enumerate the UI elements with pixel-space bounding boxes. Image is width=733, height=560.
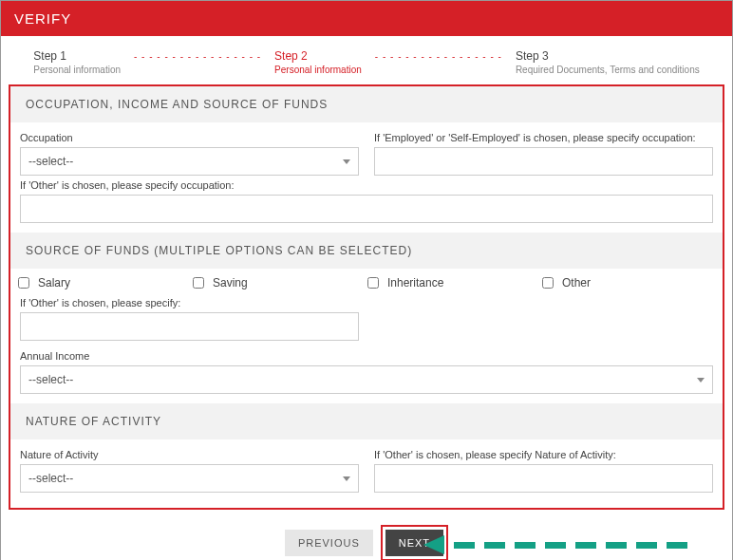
arrow-dash bbox=[636, 542, 657, 549]
funds-salary[interactable]: Salary bbox=[14, 274, 189, 291]
activity-other-input[interactable] bbox=[374, 464, 713, 493]
funds-other[interactable]: Other bbox=[538, 274, 713, 291]
button-row: PREVIOUS NEXT bbox=[1, 519, 732, 560]
arrow-dash bbox=[606, 542, 627, 549]
activity-section: Nature of Activity --select-- If 'Other'… bbox=[10, 439, 723, 502]
step-2-title: Step 2 bbox=[274, 49, 362, 63]
arrow-dash bbox=[545, 542, 566, 549]
funds-other-checkbox[interactable] bbox=[542, 277, 554, 289]
occupation-section: Occupation --select-- If 'Employed' or '… bbox=[10, 122, 723, 233]
funds-other-label: Other bbox=[562, 276, 591, 289]
form-area: OCCUPATION, INCOME AND SOURCE OF FUNDS O… bbox=[9, 84, 724, 510]
occupation-select[interactable]: --select-- bbox=[20, 147, 359, 176]
annual-income-value: --select-- bbox=[28, 373, 73, 386]
funds-salary-checkbox[interactable] bbox=[18, 277, 29, 289]
funds-options: Salary Saving Inheritance Other bbox=[10, 269, 723, 293]
activity-select[interactable]: --select-- bbox=[20, 464, 359, 493]
arrow-dash bbox=[575, 542, 596, 549]
chevron-down-icon bbox=[343, 476, 350, 481]
step-1: Step 1 Personal information bbox=[33, 49, 121, 75]
step-3-sub: Required Documents, Terms and conditions bbox=[516, 65, 700, 75]
funds-saving-checkbox[interactable] bbox=[193, 277, 204, 289]
banner-title: VERIFY bbox=[14, 10, 71, 27]
annual-income-select[interactable]: --select-- bbox=[20, 365, 713, 394]
occupation-employed-input[interactable] bbox=[374, 147, 713, 176]
step-3-title: Step 3 bbox=[516, 49, 700, 63]
chevron-down-icon bbox=[343, 159, 350, 164]
chevron-down-icon bbox=[697, 378, 705, 383]
occupation-select-value: --select-- bbox=[28, 155, 73, 168]
funds-salary-label: Salary bbox=[38, 276, 70, 289]
step-1-title: Step 1 bbox=[33, 49, 121, 63]
occupation-other-input[interactable] bbox=[20, 195, 713, 223]
funds-inheritance-checkbox[interactable] bbox=[367, 277, 379, 289]
step-3: Step 3 Required Documents, Terms and con… bbox=[516, 49, 700, 75]
funds-other-specify-label: If 'Other' is chosen, please specify: bbox=[20, 297, 713, 308]
arrow-dash bbox=[515, 542, 536, 549]
annual-income-label: Annual Income bbox=[20, 350, 713, 362]
funds-other-specify-input[interactable] bbox=[20, 312, 359, 341]
occupation-label: Occupation bbox=[20, 132, 359, 143]
funds-saving[interactable]: Saving bbox=[189, 274, 364, 291]
activity-label: Nature of Activity bbox=[20, 449, 359, 460]
funds-inheritance-label: Inheritance bbox=[387, 276, 443, 289]
step-2: Step 2 Personal information bbox=[274, 49, 362, 75]
banner: VERIFY bbox=[1, 1, 732, 36]
arrow-annotation bbox=[423, 535, 687, 554]
step-connector-1: - - - - - - - - - - - - - - - - - bbox=[134, 49, 261, 62]
funds-heading: SOURCE OF FUNDS (MULTIPLE OPTIONS CAN BE… bbox=[10, 233, 723, 269]
activity-select-value: --select-- bbox=[28, 472, 73, 485]
arrow-dash bbox=[667, 542, 687, 549]
previous-button[interactable]: PREVIOUS bbox=[285, 530, 373, 556]
step-1-sub: Personal information bbox=[33, 65, 121, 75]
activity-other-label: If 'Other' is chosen, please specify Nat… bbox=[374, 449, 713, 460]
verify-page: VERIFY Step 1 Personal information - - -… bbox=[0, 0, 733, 560]
occupation-heading: OCCUPATION, INCOME AND SOURCE OF FUNDS bbox=[10, 86, 723, 122]
arrow-dash bbox=[454, 542, 475, 549]
step-indicator: Step 1 Personal information - - - - - - … bbox=[1, 36, 732, 84]
occupation-employed-label: If 'Employed' or 'Self-Employed' is chos… bbox=[374, 132, 713, 143]
occupation-other-label: If 'Other' is chosen, please specify occ… bbox=[20, 179, 713, 191]
step-2-sub: Personal information bbox=[274, 65, 362, 75]
arrow-left-icon bbox=[423, 535, 444, 554]
arrow-dash bbox=[484, 542, 505, 549]
step-connector-2: - - - - - - - - - - - - - - - - - bbox=[375, 49, 502, 62]
funds-inheritance[interactable]: Inheritance bbox=[364, 274, 538, 291]
activity-heading: NATURE OF ACTIVITY bbox=[10, 403, 723, 439]
funds-saving-label: Saving bbox=[213, 276, 248, 289]
